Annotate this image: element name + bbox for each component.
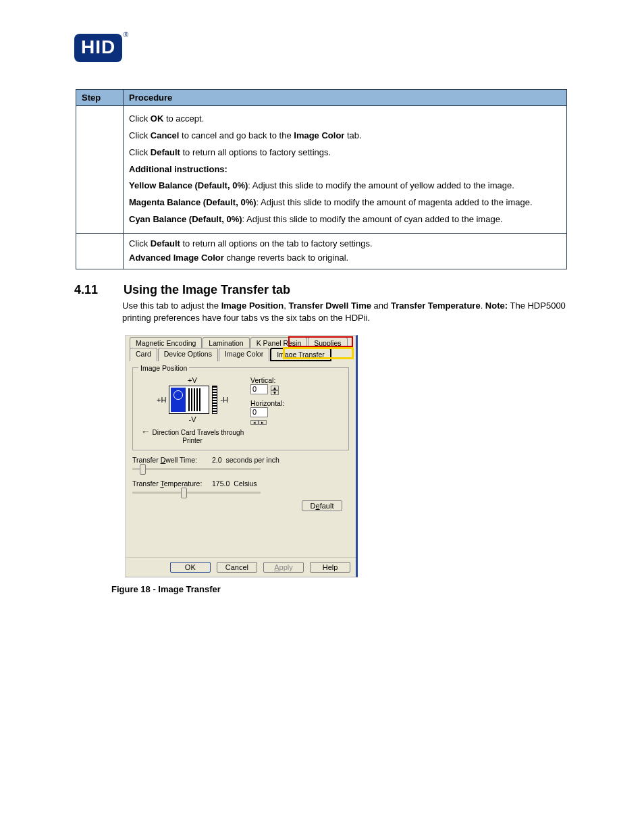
tab-image-transfer[interactable]: Image Transfer: [270, 348, 331, 361]
figure-caption: Figure 18 - Image Transfer: [111, 584, 600, 594]
text: Click: [129, 113, 151, 124]
magenta-balance-label: Magenta Balance (Default, 0%): [129, 197, 257, 207]
horizontal-label: Horizontal:: [250, 399, 284, 407]
yellow-balance-label: Yellow Balance (Default, 0%): [129, 180, 248, 190]
card-illustration: +H -H: [138, 386, 246, 414]
text: : Adjust this slide to modify the amount…: [248, 180, 514, 190]
dwell-time-slider[interactable]: [132, 468, 261, 470]
vertical-label: Vertical:: [250, 376, 284, 384]
header-step: Step: [76, 90, 124, 106]
text: to return all options to factory setting…: [180, 147, 331, 157]
section-number: 4.11: [74, 283, 120, 297]
text: Transfer: [132, 456, 161, 464]
temperature-label: emperature:: [164, 479, 203, 488]
text: to accept.: [163, 113, 204, 124]
vertical-input[interactable]: [250, 384, 268, 394]
temperature-slider[interactable]: [132, 492, 261, 494]
hid-logo-text: HID ®: [74, 34, 122, 62]
minus-h-label: -H: [220, 396, 228, 404]
table-header-row: Step Procedure: [76, 90, 567, 106]
section-heading: 4.11 Using the Image Transfer tab: [74, 283, 600, 297]
tab-k-panel-resin[interactable]: K Panel Resin: [250, 337, 308, 348]
registered-mark: ®: [124, 31, 129, 38]
text: Click: [129, 130, 151, 140]
section-intro: Use this tab to adjust the Image Positio…: [122, 300, 595, 324]
text: to return all options on the tab to fact…: [180, 238, 373, 249]
cancel-label: Cancel: [151, 130, 180, 140]
text: : Adjust this slide to modify the amount…: [242, 214, 503, 224]
tab-card[interactable]: Card: [130, 348, 157, 361]
hid-logo: HID ®: [74, 34, 600, 62]
ok-label: OK: [151, 113, 164, 124]
image-color-label: Image Color: [294, 130, 344, 140]
note-label: Note:: [485, 301, 508, 311]
image-transfer-dialog: Magnetic Encoding Lamination K Panel Res…: [125, 335, 600, 577]
text: .: [481, 301, 485, 311]
direction-label: Direction Card Travels through Printer: [153, 429, 244, 444]
plus-v-label: +V: [138, 376, 246, 384]
plus-h-label: +H: [157, 396, 166, 404]
text: and: [371, 301, 391, 311]
additional-instructions-label: Additional instructions:: [129, 164, 227, 174]
text: e: [316, 502, 320, 510]
step-cell: [76, 106, 124, 234]
ruler-icon: [212, 386, 217, 414]
vertical-spinner[interactable]: ▲▼: [271, 386, 279, 395]
cyan-balance-label: Cyan Balance (Default, 0%): [129, 214, 242, 224]
tab-lamination[interactable]: Lamination: [203, 337, 249, 348]
minus-v-label: -V: [138, 415, 246, 423]
procedure-table: Step Procedure Click OK to accept. Click…: [76, 89, 567, 269]
default-button[interactable]: Default: [302, 500, 342, 511]
image-position-legend: Image Position: [138, 364, 189, 372]
default-label: Default: [151, 238, 180, 249]
table-row: Click OK to accept. Click Cancel to canc…: [76, 106, 567, 234]
dwell-time-label: well Time:: [165, 456, 197, 464]
dialog-tabs: Magnetic Encoding Lamination K Panel Res…: [126, 336, 356, 360]
dwell-time-unit: seconds per inch: [225, 456, 279, 464]
arrow-left-icon: ←: [141, 426, 151, 437]
temperature-unit: Celsius: [234, 479, 257, 488]
slider-thumb[interactable]: [140, 464, 146, 475]
ok-button[interactable]: OK: [170, 562, 211, 573]
transfer-temperature-row: Transfer Temperature: 175.0 Celsius: [132, 479, 349, 488]
image-position-term: Image Position: [221, 301, 284, 311]
procedure-cell: Click OK to accept. Click Cancel to canc…: [124, 106, 567, 234]
cancel-button[interactable]: Cancel: [217, 562, 257, 573]
text: to cancel and go back to the: [179, 130, 294, 140]
text: Use this tab to adjust the: [122, 301, 221, 311]
text: Transfer: [132, 479, 160, 488]
slider-thumb[interactable]: [181, 488, 187, 498]
advanced-image-color-label: Advanced Image Color: [129, 253, 224, 263]
default-label: Default: [151, 147, 180, 157]
card-icon: [169, 386, 209, 414]
text: tab.: [344, 130, 361, 140]
procedure-cell: Click Default to return all options on t…: [124, 233, 567, 269]
tab-supplies[interactable]: Supplies: [308, 337, 347, 348]
text: Click: [129, 147, 151, 157]
horizontal-input[interactable]: [250, 407, 268, 417]
text: A: [274, 563, 279, 571]
logo-letters: HID: [81, 36, 115, 57]
tab-device-options[interactable]: Device Options: [158, 348, 218, 361]
text: Click: [129, 238, 151, 249]
tab-magnetic-encoding[interactable]: Magnetic Encoding: [130, 337, 202, 348]
text: : Adjust this slide to modify the amount…: [257, 197, 533, 207]
temperature-value: 175.0: [212, 479, 230, 488]
table-row: Click Default to return all options on t…: [76, 233, 567, 269]
help-button[interactable]: Help: [310, 562, 350, 573]
text: change reverts back to original.: [224, 253, 348, 263]
header-procedure: Procedure: [124, 90, 567, 106]
apply-button[interactable]: Apply: [263, 562, 304, 573]
step-cell: [76, 233, 124, 269]
transfer-dwell-time-term: Transfer Dwell Time: [288, 301, 371, 311]
image-position-group: Image Position +V +H -H: [132, 364, 349, 450]
transfer-dwell-time-row: Transfer Dwell Time: 2.0 seconds per inc…: [132, 456, 349, 464]
horizontal-spinner[interactable]: ◂▸: [250, 420, 267, 425]
tab-image-color[interactable]: Image Color: [219, 348, 269, 361]
transfer-temperature-term: Transfer Temperature: [391, 301, 481, 311]
section-title: Using the Image Transfer tab: [124, 283, 290, 296]
dwell-time-value: 2.0: [212, 456, 222, 464]
